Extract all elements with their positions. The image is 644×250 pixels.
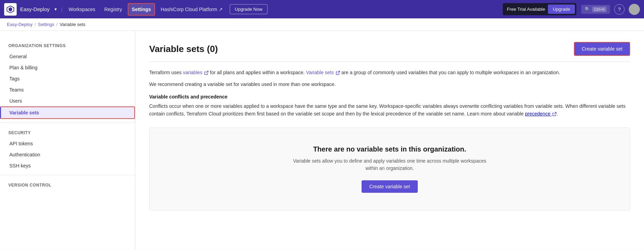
help-button[interactable]: ? xyxy=(614,4,625,15)
page-header: Variable sets (0) Create variable set xyxy=(149,42,630,62)
page-title: Variable sets (0) xyxy=(149,44,218,54)
breadcrumb-sep-1: / xyxy=(35,22,36,27)
breadcrumb-easy-deploy[interactable]: Easy-Deploy xyxy=(7,22,33,27)
nav-sep: | xyxy=(61,7,62,12)
variable-sets-ext-icon xyxy=(336,71,340,75)
sidebar-item-tags[interactable]: Tags xyxy=(0,73,135,84)
logo-icon xyxy=(6,5,15,14)
security-section-title: Security xyxy=(0,126,135,138)
create-variable-set-button-header[interactable]: Create variable set xyxy=(574,42,630,56)
create-variable-set-button-empty[interactable]: Create variable set xyxy=(362,180,418,193)
sidebar-divider-2 xyxy=(0,175,135,175)
free-trial-banner: Free Trial Available Upgrade xyxy=(503,3,576,15)
description-line1: Terraform uses variables for all plans a… xyxy=(149,69,630,76)
nav-registry[interactable]: Registry xyxy=(101,4,125,15)
conflicts-text: Conflicts occur when one or more variabl… xyxy=(149,102,630,118)
variables-ext-icon xyxy=(204,71,209,75)
version-control-section-title: Version control xyxy=(0,179,135,190)
upgrade-now-button[interactable]: Upgrade Now xyxy=(230,4,268,14)
empty-state-box: There are no variable sets in this organ… xyxy=(149,128,630,210)
brand-dropdown[interactable]: ▾ xyxy=(53,6,58,12)
nav-settings[interactable]: Settings xyxy=(128,3,155,16)
sidebar-item-teams[interactable]: Teams xyxy=(0,84,135,95)
svg-marker-1 xyxy=(9,7,12,11)
conflicts-title: Variable conflicts and precedence xyxy=(149,94,630,100)
breadcrumb-settings[interactable]: Settings xyxy=(38,22,54,27)
main-content: Variable sets (0) Create variable set Te… xyxy=(135,31,644,250)
precedence-link[interactable]: precedence xyxy=(525,111,557,117)
description-line2: We recommend creating a variable set for… xyxy=(149,80,630,88)
breadcrumb: Easy-Deploy / Settings / Variable sets xyxy=(0,18,644,31)
topnav: Easy-Deploy ▾ | Workspaces Registry Sett… xyxy=(0,0,644,18)
nav-workspaces[interactable]: Workspaces xyxy=(65,4,99,15)
sidebar-item-authentication[interactable]: Authentication xyxy=(0,149,135,160)
variable-sets-link[interactable]: Variable sets xyxy=(306,70,340,75)
sidebar-item-plan-billing[interactable]: Plan & billing xyxy=(0,62,135,73)
variables-link[interactable]: variables xyxy=(183,70,209,75)
sidebar-item-users[interactable]: Users xyxy=(0,95,135,106)
brand-name: Easy-Deploy xyxy=(20,6,50,12)
upgrade-button[interactable]: Upgrade xyxy=(548,5,575,14)
sidebar-item-general[interactable]: General xyxy=(0,51,135,62)
nav-hashicorp[interactable]: HashiCorp Cloud Platform ↗ xyxy=(157,4,226,15)
conflicts-section: Variable conflicts and precedence Confli… xyxy=(149,94,630,118)
search-bar[interactable]: 🔍 Ctrl+K xyxy=(581,5,610,14)
search-shortcut: Ctrl+K xyxy=(592,7,607,12)
empty-state-description: Variable sets allow you to define and ap… xyxy=(163,157,616,172)
app-logo xyxy=(4,3,17,16)
free-trial-text: Free Trial Available xyxy=(507,7,545,12)
empty-state-title: There are no variable sets in this organ… xyxy=(163,145,616,153)
sidebar-item-variable-sets[interactable]: Variable sets xyxy=(0,106,135,119)
sidebar: Organization settings General Plan & bil… xyxy=(0,31,135,250)
breadcrumb-sep-2: / xyxy=(56,22,58,27)
page-layout: Organization settings General Plan & bil… xyxy=(0,31,644,250)
user-avatar[interactable] xyxy=(629,4,640,15)
sidebar-divider-1 xyxy=(0,122,135,123)
breadcrumb-current: Variable sets xyxy=(60,22,85,27)
org-settings-section-title: Organization settings xyxy=(0,39,135,51)
search-icon: 🔍 xyxy=(585,7,590,12)
precedence-ext-icon xyxy=(552,112,557,116)
sidebar-item-ssh-keys[interactable]: SSH keys xyxy=(0,160,135,171)
sidebar-item-api-tokens[interactable]: API tokens xyxy=(0,138,135,149)
